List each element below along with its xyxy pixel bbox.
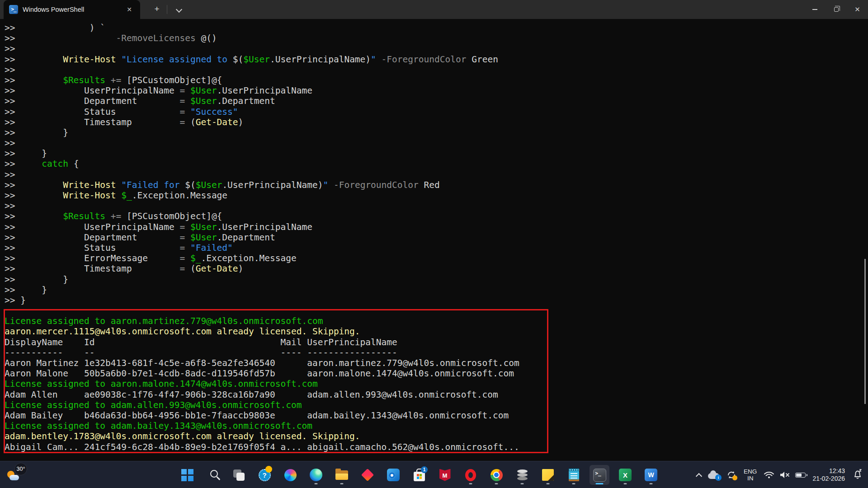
tab-windows-powershell[interactable]: Windows PowerShell ✕ (4, 0, 140, 19)
edge-button[interactable] (306, 465, 326, 485)
quick-settings[interactable] (764, 471, 806, 479)
terminal-line: >> (5, 65, 868, 75)
minimize-button[interactable] (804, 0, 826, 19)
onedrive-tray-button[interactable] (708, 471, 719, 479)
terminal-line: >> Write-Host "Failed for $($User.UserPr… (5, 180, 868, 190)
language-indicator[interactable]: ENG IN (744, 468, 757, 482)
running-indicator (650, 483, 653, 484)
terminal-line: adam.bentley.1783@w4l0s.onmicrosoft.com … (5, 431, 868, 441)
tab-dropdown-button[interactable] (173, 4, 185, 15)
sync-arrows-icon (726, 469, 737, 480)
terminal-line: >> ) ` (5, 23, 868, 33)
edge-icon (310, 469, 322, 481)
terminal-line: >> (5, 43, 868, 54)
tray-overflow-button[interactable] (697, 472, 701, 479)
copilot-button[interactable] (280, 465, 300, 485)
weather-temperature: 30° (14, 463, 27, 475)
taskbar: 30° ?1M>_XW ENG IN (0, 461, 868, 488)
terminal-line: >> UserPrincipalName = $User.UserPrincip… (5, 85, 868, 96)
terminal-line: >> -RemoveLicenses @() (5, 33, 868, 43)
terminal-line: License assigned to adam.bailey.1343@w4l… (5, 421, 868, 431)
volume-muted-icon (779, 471, 790, 479)
close-button[interactable]: ✕ (847, 0, 868, 19)
language-line1: ENG (744, 468, 757, 475)
terminal-line: >> } (5, 285, 868, 295)
close-icon: ✕ (854, 5, 860, 14)
chrome-button[interactable] (486, 465, 506, 485)
terminal-output[interactable]: >> ) `>> -RemoveLicenses @()>>>> Write-H… (0, 19, 868, 461)
outlook-icon (387, 469, 400, 481)
taskbar-app-icons: ?1M>_XW (177, 461, 661, 488)
new-tab-button[interactable]: + (150, 3, 164, 16)
get-help-button[interactable]: ? (255, 465, 274, 485)
database-tool-button[interactable] (512, 465, 532, 485)
window-controls: ✕ (804, 0, 868, 19)
titlebar: Windows PowerShell ✕ + ✕ (0, 0, 868, 19)
running-indicator (495, 483, 498, 484)
running-indicator (315, 483, 318, 484)
weather-widget[interactable]: 30° (7, 465, 27, 485)
terminal-line: License assigned to adam.allen.993@w4l0s… (5, 400, 868, 410)
opera-button[interactable] (461, 465, 481, 485)
terminal-line: >> catch { (5, 159, 868, 169)
excel-button[interactable]: X (615, 465, 635, 485)
task-view-button[interactable] (229, 465, 249, 485)
terminal-line: >> Status = "Failed" (5, 243, 868, 253)
tab-title: Windows PowerShell (23, 6, 84, 13)
terminal-button[interactable]: >_ (590, 465, 609, 485)
running-indicator (624, 483, 627, 484)
terminal-line: >> Timestamp = (Get-Date) (5, 117, 868, 127)
terminal-line: ----------- -- ---- ----------------- (5, 347, 868, 358)
tab-close-button[interactable]: ✕ (124, 4, 135, 15)
restore-icon (834, 7, 839, 12)
sticky-notes-icon (542, 469, 554, 481)
word-icon: W (645, 469, 657, 481)
notepad-icon (569, 469, 579, 481)
running-indicator (547, 483, 550, 484)
file-explorer-button[interactable] (332, 465, 352, 485)
bell-snooze-icon (852, 468, 863, 480)
scrollbar-thumb[interactable] (864, 259, 866, 404)
excel-icon: X (619, 469, 632, 481)
tabbar-divider (167, 5, 167, 14)
system-tray: ENG IN 12:43 21-02-2026 (697, 461, 863, 488)
start-button[interactable] (177, 465, 197, 485)
search-button[interactable] (203, 465, 223, 485)
terminal-line: Adam Bailey b46da63d-bb64-4956-bb1e-7faa… (5, 410, 868, 421)
chevron-up-icon (696, 473, 702, 479)
database-tool-icon (517, 469, 528, 473)
clock-date: 21-02-2026 (812, 475, 845, 483)
terminal-line: >> } (5, 295, 868, 305)
notification-badge (265, 466, 272, 473)
terminal-line: Abigail Cam... 241cf549-6c28-4b4b-89e9-b… (5, 442, 868, 452)
word-button[interactable]: W (641, 465, 661, 485)
sync-tray-button[interactable] (726, 469, 737, 480)
microsoft-store-button[interactable]: 1 (409, 465, 429, 485)
running-indicator (469, 483, 472, 484)
battery-icon (795, 473, 806, 478)
mcafee-button[interactable]: M (435, 465, 455, 485)
terminal-line: Aaron Martinez 1e32b413-681f-4c5e-a6f8-5… (5, 358, 868, 368)
terminal-line: >> Department = $User.Department (5, 96, 868, 106)
running-indicator (521, 483, 524, 484)
copilot-icon (284, 469, 297, 481)
outlook-button[interactable] (383, 465, 403, 485)
running-indicator (340, 483, 344, 484)
terminal-line: >> Write-Host "License assigned to $($Us… (5, 54, 868, 65)
terminal-line: aaron.mercer.1115@w4l0s.onmicrosoft.com … (5, 326, 868, 337)
restore-button[interactable] (826, 0, 847, 19)
terminal-line: >> (5, 201, 868, 211)
onedrive-cloud-icon (708, 473, 719, 479)
terminal-line: >> } (5, 148, 868, 159)
notification-center-button[interactable] (852, 468, 863, 482)
minimize-icon (812, 9, 817, 10)
sticky-notes-button[interactable] (538, 465, 558, 485)
terminal-line: >> (5, 138, 868, 148)
terminal-line: Adam Allen ae09038c-1f76-4f47-906b-328ca… (5, 389, 868, 400)
diamond-app-button[interactable] (358, 465, 377, 485)
terminal-line: >> Status = "Success" (5, 107, 868, 117)
notepad-button[interactable] (564, 465, 584, 485)
clock[interactable]: 12:43 21-02-2026 (812, 467, 845, 483)
terminal-line (5, 305, 868, 316)
terminal-line: >> UserPrincipalName = $User.UserPrincip… (5, 222, 868, 232)
